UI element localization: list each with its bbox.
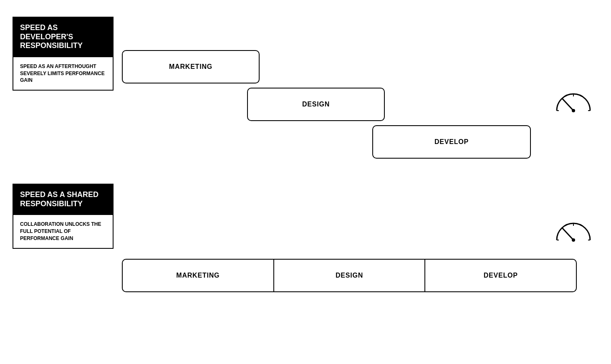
top-marketing-box: MARKETING xyxy=(122,50,260,83)
page-container: SPEED AS DEVELOPER'S RESPONSIBILITY SPEE… xyxy=(0,0,611,364)
bottom-marketing-segment: MARKETING xyxy=(123,260,273,291)
top-develop-box: DEVELOP xyxy=(372,125,531,159)
bottom-card-header: SPEED AS A SHARED RESPONSIBILITY xyxy=(13,185,113,215)
top-label-card: SPEED AS DEVELOPER'S RESPONSIBILITY SPEE… xyxy=(13,17,114,91)
bottom-combined-box: MARKETING DESIGN DEVELOP xyxy=(122,259,577,292)
bottom-section: SPEED AS A SHARED RESPONSIBILITY COLLABO… xyxy=(13,184,598,334)
svg-line-10 xyxy=(563,228,573,240)
svg-line-3 xyxy=(563,99,573,111)
svg-marker-1 xyxy=(531,102,536,106)
bottom-develop-segment: DEVELOP xyxy=(424,260,576,291)
top-section: SPEED AS DEVELOPER'S RESPONSIBILITY SPEE… xyxy=(13,17,598,175)
top-speedometer xyxy=(553,81,594,119)
bottom-speedometer xyxy=(553,211,594,248)
top-card-header: SPEED AS DEVELOPER'S RESPONSIBILITY xyxy=(13,18,113,57)
bottom-design-segment: DESIGN xyxy=(273,260,425,291)
top-design-box: DESIGN xyxy=(247,88,385,121)
svg-marker-8 xyxy=(535,232,540,236)
bottom-label-card: SPEED AS A SHARED RESPONSIBILITY COLLABO… xyxy=(13,184,114,249)
bottom-card-body: COLLABORATION UNLOCKS THE FULL POTENTIAL… xyxy=(13,215,113,248)
top-card-body: SPEED AS AN AFTERTHOUGHT SEVERELY LIMITS… xyxy=(13,57,113,90)
